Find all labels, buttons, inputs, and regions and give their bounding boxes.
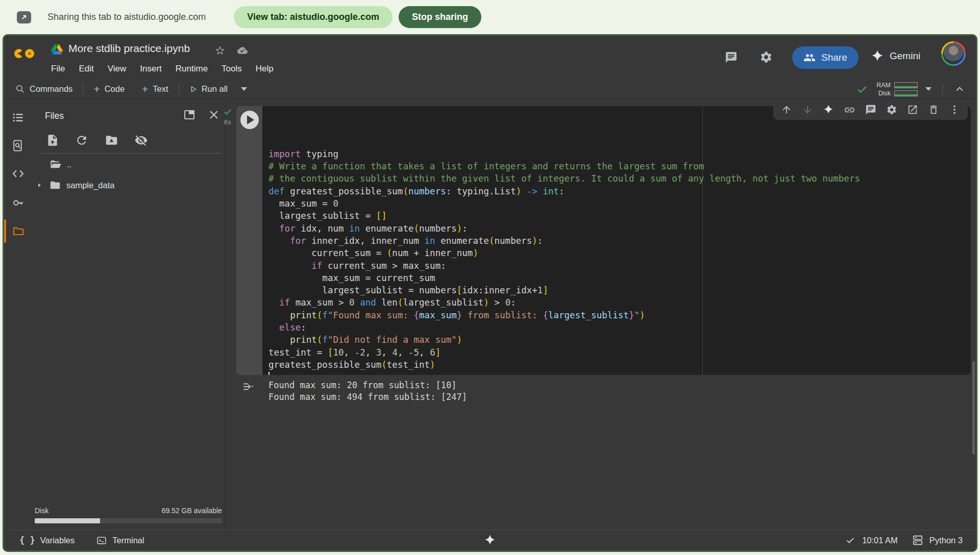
toolbar-divider — [942, 83, 943, 95]
collapse-chevron-up-icon[interactable] — [953, 84, 966, 94]
settings-gear-icon[interactable] — [760, 51, 773, 66]
tree-item-parent-dir[interactable]: .. — [32, 155, 222, 174]
code-line[interactable]: import typing — [268, 148, 971, 160]
resources-dropdown-icon[interactable] — [925, 87, 932, 91]
code-line[interactable]: # the contiguous sublist within the give… — [268, 172, 971, 185]
hide-hidden-files-icon[interactable] — [134, 134, 148, 149]
code-line[interactable]: max_sum = 0 — [268, 197, 971, 210]
run-all-dropdown-icon[interactable] — [241, 87, 247, 91]
search-icon — [15, 84, 25, 94]
add-comment-icon[interactable] — [865, 104, 876, 115]
cloud-saved-icon — [236, 45, 249, 58]
sharing-message: Sharing this tab to aistudio.google.com — [47, 12, 206, 22]
kernel-label: Python 3 — [929, 536, 963, 545]
code-line[interactable]: current_sum = (num + inner_num) — [268, 247, 971, 259]
play-icon — [247, 115, 254, 124]
code-cell: import typing# Write a function that tak… — [236, 106, 971, 375]
add-text-label: Text — [153, 84, 168, 94]
delete-cell-icon[interactable] — [928, 104, 939, 115]
code-line[interactable]: largest_sublist = [] — [268, 210, 971, 222]
expand-caret-icon[interactable] — [36, 182, 42, 188]
vertical-scrollbar[interactable] — [972, 361, 975, 455]
tree-item-label: sample_data — [66, 181, 114, 190]
code-line[interactable]: test_int = [10, -2, 3, 4, -5, 6] — [268, 346, 971, 359]
gemini-cell-icon[interactable] — [823, 104, 834, 115]
code-snippets-icon[interactable] — [12, 167, 24, 182]
menu-help[interactable]: Help — [256, 64, 274, 74]
cell-output-icon[interactable] — [241, 381, 254, 392]
stop-sharing-button[interactable]: Stop sharing — [399, 6, 481, 28]
cell-toolbar — [773, 99, 968, 120]
terminal-icon — [96, 536, 107, 545]
find-replace-icon[interactable] — [12, 139, 24, 154]
share-button[interactable]: Share — [792, 46, 859, 69]
view-tab-button[interactable]: View tab: aistudio.google.com — [234, 6, 393, 28]
colab-logo-ring-left — [14, 49, 23, 58]
notebook-area: 0s import typing# Write a function that … — [226, 99, 976, 529]
colab-logo[interactable] — [14, 49, 41, 65]
cell-settings-gear-icon[interactable] — [886, 104, 897, 115]
gemini-button[interactable]: Gemini — [871, 49, 920, 63]
output-line: Found max sum: 20 from sublist: [10] — [268, 380, 467, 391]
code-line[interactable]: else: — [268, 321, 971, 334]
code-line[interactable] — [268, 371, 971, 375]
code-line[interactable]: print(f"Found max sum: {max_sum} from su… — [268, 309, 971, 321]
code-line[interactable]: for inner_idx, inner_num in enumerate(nu… — [268, 235, 971, 247]
toolbar-divider — [83, 83, 83, 95]
run-all-button[interactable]: Run all — [189, 84, 228, 94]
code-editor[interactable]: import typing# Write a function that tak… — [262, 106, 971, 375]
variables-label: Variables — [40, 536, 75, 545]
active-panel-indicator — [4, 219, 6, 243]
menu-view[interactable]: View — [108, 64, 127, 74]
gemini-spark-button[interactable] — [484, 534, 496, 546]
code-line[interactable]: print(f"Did not find a max sum") — [268, 334, 971, 346]
mount-drive-icon[interactable] — [105, 134, 118, 149]
last-saved-time: 10:01 AM — [862, 536, 898, 545]
move-cell-up-icon[interactable] — [781, 104, 792, 115]
menu-tools[interactable]: Tools — [222, 64, 242, 74]
gemini-label: Gemini — [890, 51, 920, 62]
toolbar-divider — [179, 83, 179, 95]
add-text-button[interactable]: + Text — [142, 83, 168, 95]
copy-link-icon[interactable] — [844, 104, 855, 116]
move-cell-down-icon[interactable] — [802, 104, 813, 115]
variables-button[interactable]: { } Variables — [19, 535, 75, 545]
code-line[interactable]: if max_sum > 0 and len(largest_sublist) … — [268, 296, 971, 309]
upload-file-icon[interactable] — [46, 134, 59, 149]
menu-runtime[interactable]: Runtime — [176, 64, 208, 74]
close-panel-icon[interactable] — [208, 109, 220, 123]
disk-label: Disk — [876, 90, 891, 97]
tree-item-sample-data[interactable]: sample_data — [32, 175, 222, 195]
open-in-tab-icon[interactable] — [183, 109, 195, 123]
add-code-button[interactable]: + Code — [93, 83, 125, 95]
commands-button[interactable]: Commands — [15, 84, 72, 94]
secrets-key-icon[interactable] — [12, 196, 25, 211]
code-line[interactable]: max_sum = current_sum — [268, 272, 971, 284]
star-icon[interactable] — [214, 45, 226, 58]
account-avatar[interactable] — [941, 41, 966, 66]
code-line[interactable]: greatest_possible_sum(test_int) — [268, 359, 971, 371]
table-of-contents-icon[interactable] — [12, 111, 24, 126]
refresh-icon[interactable] — [75, 134, 88, 149]
files-panel: Files .. — [32, 99, 225, 529]
share-label: Share — [821, 52, 847, 63]
notebook-title[interactable]: More stdlib practice.ipynb — [68, 42, 190, 55]
code-line[interactable]: def greatest_possible_sum(numbers: typin… — [268, 185, 971, 197]
code-line[interactable]: largest_sublist = numbers[idx:inner_idx+… — [268, 284, 971, 296]
menu-edit[interactable]: Edit — [79, 64, 93, 74]
files-divider — [41, 153, 221, 154]
resource-gauges[interactable]: RAM Disk — [876, 82, 918, 97]
cell-execution-status: 0s — [219, 107, 236, 126]
code-line[interactable]: if current_sum > max_sum: — [268, 260, 971, 272]
code-line[interactable]: # Write a function that takes a list of … — [268, 160, 971, 172]
colab-logo-ring-right — [25, 49, 34, 58]
menu-file[interactable]: File — [51, 64, 65, 74]
comments-icon[interactable] — [725, 51, 738, 66]
run-cell-button[interactable] — [240, 111, 259, 129]
code-line[interactable]: for idx, num in enumerate(numbers): — [268, 222, 971, 235]
terminal-button[interactable]: Terminal — [96, 536, 144, 545]
more-cell-actions-icon[interactable] — [949, 104, 960, 115]
files-folder-icon[interactable] — [12, 225, 25, 239]
mirror-cell-in-tab-icon[interactable] — [907, 104, 918, 115]
menu-insert[interactable]: Insert — [140, 64, 162, 74]
